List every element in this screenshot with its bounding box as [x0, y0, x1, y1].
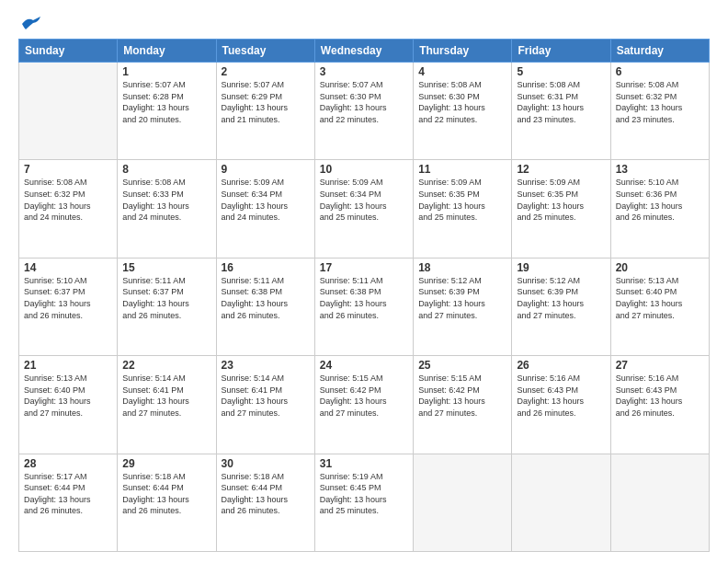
calendar-cell: 18Sunrise: 5:12 AM Sunset: 6:39 PM Dayli… — [414, 258, 512, 355]
day-info: Sunrise: 5:18 AM Sunset: 6:44 PM Dayligh… — [122, 471, 210, 517]
day-info: Sunrise: 5:07 AM Sunset: 6:29 PM Dayligh… — [222, 79, 310, 125]
calendar-week-3: 14Sunrise: 5:10 AM Sunset: 6:37 PM Dayli… — [19, 258, 710, 355]
day-number: 17 — [320, 261, 408, 274]
day-number: 8 — [122, 163, 210, 176]
weekday-header-wednesday: Wednesday — [314, 40, 413, 63]
calendar-cell: 3Sunrise: 5:07 AM Sunset: 6:30 PM Daylig… — [314, 63, 413, 160]
day-info: Sunrise: 5:10 AM Sunset: 6:37 PM Dayligh… — [24, 275, 112, 321]
day-info: Sunrise: 5:09 AM Sunset: 6:34 PM Dayligh… — [320, 177, 408, 223]
calendar-cell: 29Sunrise: 5:18 AM Sunset: 6:44 PM Dayli… — [118, 454, 216, 551]
day-number: 7 — [24, 163, 112, 176]
calendar-cell — [610, 454, 709, 551]
day-number: 11 — [418, 163, 506, 176]
calendar-body: 1Sunrise: 5:07 AM Sunset: 6:28 PM Daylig… — [19, 63, 710, 552]
day-number: 21 — [24, 359, 112, 372]
calendar-cell: 15Sunrise: 5:11 AM Sunset: 6:37 PM Dayli… — [118, 258, 216, 355]
day-info: Sunrise: 5:08 AM Sunset: 6:30 PM Dayligh… — [418, 79, 506, 125]
day-info: Sunrise: 5:09 AM Sunset: 6:35 PM Dayligh… — [517, 177, 605, 223]
day-info: Sunrise: 5:07 AM Sunset: 6:30 PM Dayligh… — [320, 79, 408, 125]
calendar-page: SundayMondayTuesdayWednesdayThursdayFrid… — [0, 0, 728, 563]
calendar-cell: 27Sunrise: 5:16 AM Sunset: 6:43 PM Dayli… — [610, 356, 709, 454]
day-number: 1 — [122, 65, 210, 78]
calendar-cell: 19Sunrise: 5:12 AM Sunset: 6:39 PM Dayli… — [512, 258, 610, 355]
weekday-header-monday: Monday — [118, 40, 216, 63]
day-number: 25 — [418, 359, 506, 372]
day-number: 13 — [616, 163, 704, 176]
day-number: 28 — [24, 457, 112, 470]
day-number: 14 — [24, 261, 112, 274]
weekday-header-friday: Friday — [512, 40, 610, 63]
day-info: Sunrise: 5:19 AM Sunset: 6:45 PM Dayligh… — [320, 471, 408, 517]
day-number: 27 — [616, 359, 704, 372]
day-number: 3 — [320, 65, 408, 78]
day-info: Sunrise: 5:12 AM Sunset: 6:39 PM Dayligh… — [418, 275, 506, 321]
day-info: Sunrise: 5:08 AM Sunset: 6:32 PM Dayligh… — [24, 177, 112, 223]
day-number: 19 — [517, 261, 605, 274]
day-info: Sunrise: 5:09 AM Sunset: 6:35 PM Dayligh… — [418, 177, 506, 223]
weekday-header-tuesday: Tuesday — [216, 40, 314, 63]
calendar-cell: 10Sunrise: 5:09 AM Sunset: 6:34 PM Dayli… — [314, 160, 413, 258]
calendar-cell: 26Sunrise: 5:16 AM Sunset: 6:43 PM Dayli… — [512, 356, 610, 454]
day-info: Sunrise: 5:07 AM Sunset: 6:28 PM Dayligh… — [122, 79, 210, 125]
calendar-cell: 2Sunrise: 5:07 AM Sunset: 6:29 PM Daylig… — [216, 63, 314, 160]
day-number: 5 — [517, 65, 605, 78]
weekday-row: SundayMondayTuesdayWednesdayThursdayFrid… — [19, 40, 710, 63]
logo-bird-icon — [20, 17, 40, 31]
calendar-cell: 7Sunrise: 5:08 AM Sunset: 6:32 PM Daylig… — [19, 160, 118, 258]
day-info: Sunrise: 5:18 AM Sunset: 6:44 PM Dayligh… — [222, 471, 310, 517]
day-number: 6 — [616, 65, 704, 78]
calendar-cell: 16Sunrise: 5:11 AM Sunset: 6:38 PM Dayli… — [216, 258, 314, 355]
logo — [18, 17, 40, 31]
day-info: Sunrise: 5:13 AM Sunset: 6:40 PM Dayligh… — [616, 275, 704, 321]
calendar-table: SundayMondayTuesdayWednesdayThursdayFrid… — [18, 39, 710, 552]
calendar-cell: 4Sunrise: 5:08 AM Sunset: 6:30 PM Daylig… — [414, 63, 512, 160]
day-number: 12 — [517, 163, 605, 176]
calendar-cell: 5Sunrise: 5:08 AM Sunset: 6:31 PM Daylig… — [512, 63, 610, 160]
calendar-week-5: 28Sunrise: 5:17 AM Sunset: 6:44 PM Dayli… — [19, 454, 710, 551]
day-number: 10 — [320, 163, 408, 176]
day-number: 4 — [418, 65, 506, 78]
weekday-header-saturday: Saturday — [610, 40, 709, 63]
calendar-cell: 25Sunrise: 5:15 AM Sunset: 6:42 PM Dayli… — [414, 356, 512, 454]
day-number: 15 — [122, 261, 210, 274]
calendar-cell: 1Sunrise: 5:07 AM Sunset: 6:28 PM Daylig… — [118, 63, 216, 160]
calendar-cell: 20Sunrise: 5:13 AM Sunset: 6:40 PM Dayli… — [610, 258, 709, 355]
calendar-cell: 12Sunrise: 5:09 AM Sunset: 6:35 PM Dayli… — [512, 160, 610, 258]
day-info: Sunrise: 5:08 AM Sunset: 6:32 PM Dayligh… — [616, 79, 704, 125]
calendar-week-1: 1Sunrise: 5:07 AM Sunset: 6:28 PM Daylig… — [19, 63, 710, 160]
day-number: 26 — [517, 359, 605, 372]
day-info: Sunrise: 5:11 AM Sunset: 6:38 PM Dayligh… — [222, 275, 310, 321]
calendar-cell: 28Sunrise: 5:17 AM Sunset: 6:44 PM Dayli… — [19, 454, 118, 551]
day-info: Sunrise: 5:14 AM Sunset: 6:41 PM Dayligh… — [122, 373, 210, 419]
day-info: Sunrise: 5:13 AM Sunset: 6:40 PM Dayligh… — [24, 373, 112, 419]
calendar-week-4: 21Sunrise: 5:13 AM Sunset: 6:40 PM Dayli… — [19, 356, 710, 454]
day-info: Sunrise: 5:08 AM Sunset: 6:33 PM Dayligh… — [122, 177, 210, 223]
day-number: 29 — [122, 457, 210, 470]
day-info: Sunrise: 5:11 AM Sunset: 6:38 PM Dayligh… — [320, 275, 408, 321]
weekday-header-sunday: Sunday — [19, 40, 118, 63]
calendar-cell — [414, 454, 512, 551]
day-number: 9 — [222, 163, 310, 176]
day-number: 20 — [616, 261, 704, 274]
day-info: Sunrise: 5:15 AM Sunset: 6:42 PM Dayligh… — [320, 373, 408, 419]
calendar-cell: 24Sunrise: 5:15 AM Sunset: 6:42 PM Dayli… — [314, 356, 413, 454]
calendar-week-2: 7Sunrise: 5:08 AM Sunset: 6:32 PM Daylig… — [19, 160, 710, 258]
day-info: Sunrise: 5:16 AM Sunset: 6:43 PM Dayligh… — [616, 373, 704, 419]
day-number: 18 — [418, 261, 506, 274]
day-number: 30 — [222, 457, 310, 470]
calendar-cell — [19, 63, 118, 160]
calendar-cell: 6Sunrise: 5:08 AM Sunset: 6:32 PM Daylig… — [610, 63, 709, 160]
day-info: Sunrise: 5:10 AM Sunset: 6:36 PM Dayligh… — [616, 177, 704, 223]
page-header — [18, 17, 710, 31]
calendar-cell: 8Sunrise: 5:08 AM Sunset: 6:33 PM Daylig… — [118, 160, 216, 258]
calendar-header: SundayMondayTuesdayWednesdayThursdayFrid… — [19, 40, 710, 63]
day-number: 23 — [222, 359, 310, 372]
calendar-cell: 11Sunrise: 5:09 AM Sunset: 6:35 PM Dayli… — [414, 160, 512, 258]
day-info: Sunrise: 5:14 AM Sunset: 6:41 PM Dayligh… — [222, 373, 310, 419]
weekday-header-thursday: Thursday — [414, 40, 512, 63]
day-number: 31 — [320, 457, 408, 470]
calendar-cell: 30Sunrise: 5:18 AM Sunset: 6:44 PM Dayli… — [216, 454, 314, 551]
day-info: Sunrise: 5:15 AM Sunset: 6:42 PM Dayligh… — [418, 373, 506, 419]
calendar-cell: 22Sunrise: 5:14 AM Sunset: 6:41 PM Dayli… — [118, 356, 216, 454]
day-info: Sunrise: 5:11 AM Sunset: 6:37 PM Dayligh… — [122, 275, 210, 321]
